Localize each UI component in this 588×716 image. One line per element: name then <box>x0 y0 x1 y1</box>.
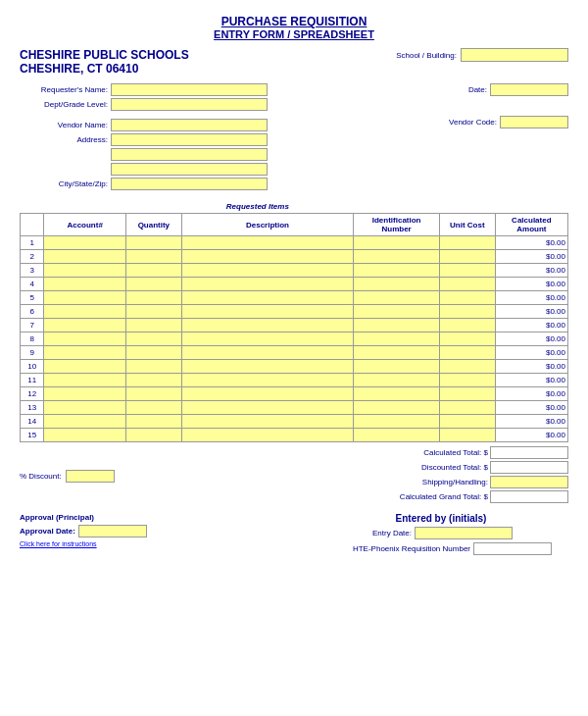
row-account-6[interactable] <box>44 305 126 319</box>
row-id-15[interactable] <box>354 429 440 442</box>
discounted-total-input[interactable] <box>490 461 568 474</box>
row-desc-8[interactable] <box>181 332 354 346</box>
shipping-input[interactable] <box>490 476 568 488</box>
row-qty-14[interactable] <box>126 415 182 429</box>
dept-input[interactable] <box>111 98 268 111</box>
row-qty-4[interactable] <box>126 278 182 291</box>
row-id-2[interactable] <box>354 250 440 264</box>
instructions-link[interactable]: Click here for instructions <box>20 540 97 547</box>
row-account-14[interactable] <box>44 415 126 429</box>
row-num-12: 12 <box>21 387 44 401</box>
row-cost-2[interactable] <box>440 250 496 264</box>
row-cost-10[interactable] <box>440 360 496 374</box>
bottom-section: Approval (Principal) Approval Date: Clic… <box>20 513 568 558</box>
row-desc-6[interactable] <box>181 305 354 319</box>
row-id-7[interactable] <box>354 319 440 332</box>
entry-date-input[interactable] <box>415 527 513 539</box>
row-qty-6[interactable] <box>126 305 182 319</box>
row-id-13[interactable] <box>354 401 440 415</box>
row-qty-1[interactable] <box>126 236 182 250</box>
vendor-code-row: Vendor Code: <box>372 116 568 128</box>
row-id-14[interactable] <box>354 415 440 429</box>
row-cost-4[interactable] <box>440 278 496 291</box>
vendor-code-input[interactable] <box>500 116 568 128</box>
school-building-input[interactable] <box>461 48 568 62</box>
row-id-11[interactable] <box>354 374 440 387</box>
row-desc-11[interactable] <box>181 374 354 387</box>
row-account-7[interactable] <box>44 319 126 332</box>
row-account-13[interactable] <box>44 401 126 415</box>
row-account-5[interactable] <box>44 291 126 305</box>
date-input[interactable] <box>490 83 568 96</box>
row-id-4[interactable] <box>354 278 440 291</box>
row-qty-9[interactable] <box>126 346 182 360</box>
school-header: CHESHIRE PUBLIC SCHOOLS CHESHIRE, CT 064… <box>20 48 568 76</box>
row-account-10[interactable] <box>44 360 126 374</box>
row-account-8[interactable] <box>44 332 126 346</box>
row-desc-5[interactable] <box>181 291 354 305</box>
row-amount-12: $0.00 <box>495 387 567 401</box>
row-cost-11[interactable] <box>440 374 496 387</box>
row-cost-1[interactable] <box>440 236 496 250</box>
row-qty-15[interactable] <box>126 429 182 442</box>
discount-input[interactable] <box>66 470 115 483</box>
row-qty-5[interactable] <box>126 291 182 305</box>
row-desc-2[interactable] <box>181 250 354 264</box>
row-id-6[interactable] <box>354 305 440 319</box>
row-num-5: 5 <box>21 291 44 305</box>
approval-date-input[interactable] <box>78 525 147 537</box>
row-desc-13[interactable] <box>181 401 354 415</box>
row-id-9[interactable] <box>354 346 440 360</box>
row-id-5[interactable] <box>354 291 440 305</box>
row-qty-11[interactable] <box>126 374 182 387</box>
row-qty-7[interactable] <box>126 319 182 332</box>
hte-input[interactable] <box>473 542 552 555</box>
row-qty-2[interactable] <box>126 250 182 264</box>
row-desc-7[interactable] <box>181 319 354 332</box>
calc-total-input[interactable] <box>490 446 568 459</box>
row-account-11[interactable] <box>44 374 126 387</box>
row-cost-12[interactable] <box>440 387 496 401</box>
row-desc-10[interactable] <box>181 360 354 374</box>
row-account-1[interactable] <box>44 236 126 250</box>
requester-input[interactable] <box>111 83 268 96</box>
row-cost-3[interactable] <box>440 264 496 278</box>
row-desc-12[interactable] <box>181 387 354 401</box>
row-account-12[interactable] <box>44 387 126 401</box>
row-desc-1[interactable] <box>181 236 354 250</box>
row-qty-3[interactable] <box>126 264 182 278</box>
row-qty-10[interactable] <box>126 360 182 374</box>
row-desc-3[interactable] <box>181 264 354 278</box>
address-input1[interactable] <box>111 133 268 146</box>
row-id-1[interactable] <box>354 236 440 250</box>
address-input2[interactable] <box>111 148 268 161</box>
row-account-4[interactable] <box>44 278 126 291</box>
row-id-10[interactable] <box>354 360 440 374</box>
grand-total-input[interactable] <box>490 490 568 503</box>
row-qty-8[interactable] <box>126 332 182 346</box>
row-account-9[interactable] <box>44 346 126 360</box>
row-desc-14[interactable] <box>181 415 354 429</box>
row-qty-13[interactable] <box>126 401 182 415</box>
row-qty-12[interactable] <box>126 387 182 401</box>
row-id-8[interactable] <box>354 332 440 346</box>
row-cost-13[interactable] <box>440 401 496 415</box>
row-account-2[interactable] <box>44 250 126 264</box>
city-input[interactable] <box>111 178 268 190</box>
row-cost-8[interactable] <box>440 332 496 346</box>
address-input3[interactable] <box>111 163 268 176</box>
row-id-12[interactable] <box>354 387 440 401</box>
row-cost-6[interactable] <box>440 305 496 319</box>
row-cost-9[interactable] <box>440 346 496 360</box>
vendor-input[interactable] <box>111 119 268 131</box>
row-cost-15[interactable] <box>440 429 496 442</box>
row-cost-5[interactable] <box>440 291 496 305</box>
row-desc-15[interactable] <box>181 429 354 442</box>
row-desc-9[interactable] <box>181 346 354 360</box>
row-account-3[interactable] <box>44 264 126 278</box>
row-cost-7[interactable] <box>440 319 496 332</box>
row-desc-4[interactable] <box>181 278 354 291</box>
row-account-15[interactable] <box>44 429 126 442</box>
row-id-3[interactable] <box>354 264 440 278</box>
row-cost-14[interactable] <box>440 415 496 429</box>
